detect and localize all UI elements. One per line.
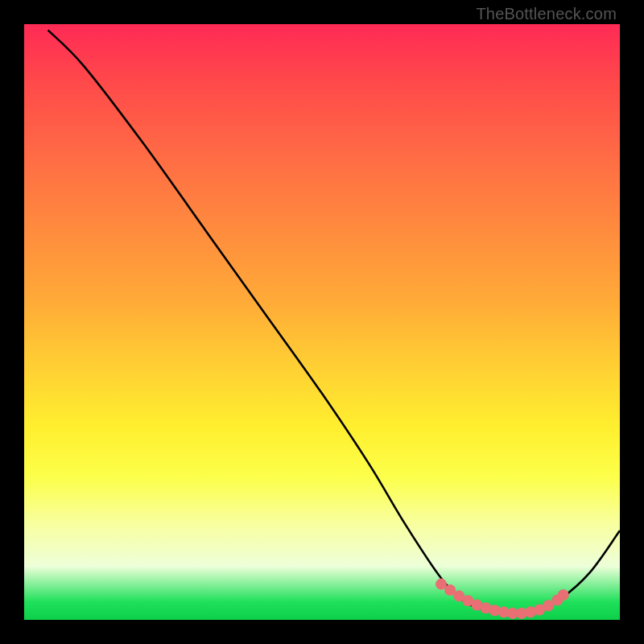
marker-group [436,579,569,619]
chart-overlay [24,24,620,620]
chart-frame: TheBottleneck.com [0,0,644,644]
bottleneck-curve [48,30,620,613]
marker-dot [558,589,569,601]
watermark-label: TheBottleneck.com [476,5,617,23]
